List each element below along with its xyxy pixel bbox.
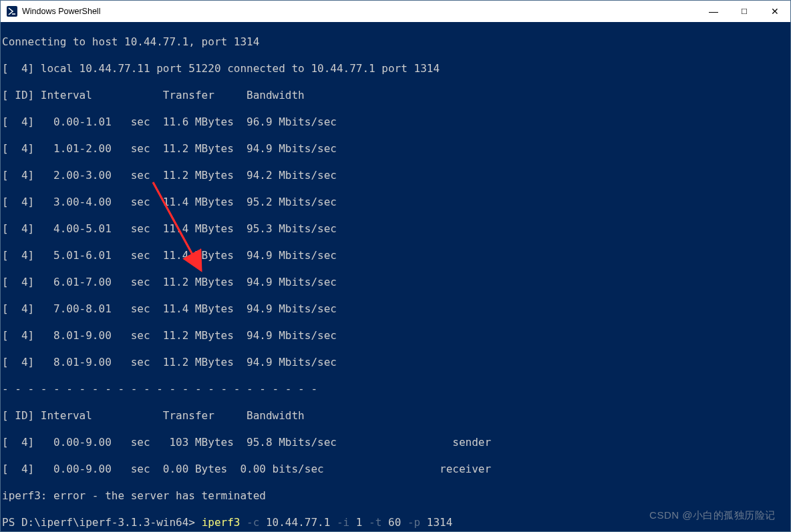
terminal-output: Connecting to host 10.44.77.1, port 1314…: [1, 22, 790, 531]
watermark: CSDN @小白的孤独历险记: [649, 509, 776, 522]
output-line: [ 4] local 10.44.77.11 port 51220 connec…: [2, 62, 789, 75]
cmd-flag: -p: [408, 516, 420, 529]
cmd-flag: -i: [337, 516, 349, 529]
output-line: - - - - - - - - - - - - - - - - - - - - …: [2, 382, 789, 396]
output-line: [ 4] 8.01-9.00 sec 11.2 MBytes 94.9 Mbit…: [2, 329, 789, 342]
terminal[interactable]: Connecting to host 10.44.77.1, port 1314…: [1, 22, 790, 531]
output-line: [ 4] 0.00-1.01 sec 11.6 MBytes 96.9 Mbit…: [2, 115, 789, 129]
cmd-flag: -t: [369, 516, 381, 529]
output-line: [ ID] Interval Transfer Bandwidth: [2, 409, 789, 423]
titlebar[interactable]: Windows PowerShell — ☐ ✕: [1, 1, 790, 22]
output-line: [ 4] 7.00-8.01 sec 11.4 MBytes 94.9 Mbit…: [2, 302, 789, 316]
cmd-exe: iperf3: [202, 516, 247, 529]
output-line: [ 4] 0.00-9.00 sec 103 MBytes 95.8 Mbits…: [2, 436, 789, 449]
window-title: Windows PowerShell: [22, 7, 100, 16]
output-line: [ 4] 8.01-9.00 sec 11.2 MBytes 94.9 Mbit…: [2, 356, 789, 369]
cmd-arg: 10.44.77.1: [259, 516, 337, 529]
minimize-button[interactable]: —: [698, 1, 729, 22]
window-buttons: — ☐ ✕: [698, 1, 790, 22]
close-button[interactable]: ✕: [760, 1, 790, 22]
output-line: [ 4] 6.01-7.00 sec 11.2 MBytes 94.9 Mbit…: [2, 276, 789, 289]
prompt: PS D:\iperf\iperf-3.1.3-win64>: [2, 516, 202, 529]
output-line: [ 4] 0.00-9.00 sec 0.00 Bytes 0.00 bits/…: [2, 463, 789, 476]
output-line: [ 4] 3.00-4.00 sec 11.4 MBytes 95.2 Mbit…: [2, 196, 789, 209]
output-line: Connecting to host 10.44.77.1, port 1314: [2, 35, 789, 49]
output-line: iperf3: error - the server has terminate…: [2, 489, 789, 503]
output-line: [ ID] Interval Transfer Bandwidth: [2, 89, 789, 102]
cmd-arg: 60: [381, 516, 408, 529]
output-line: [ 4] 5.01-6.01 sec 11.4 MBytes 94.9 Mbit…: [2, 249, 789, 262]
cmd-flag: -c: [247, 516, 259, 529]
output-line: [ 4] 2.00-3.00 sec 11.2 MBytes 94.2 Mbit…: [2, 169, 789, 182]
powershell-icon: [6, 5, 18, 17]
maximize-button[interactable]: ☐: [729, 1, 760, 22]
output-line: [ 4] 1.01-2.00 sec 11.2 MBytes 94.9 Mbit…: [2, 142, 789, 156]
powershell-window: Windows PowerShell — ☐ ✕ Connecting to h…: [0, 0, 791, 532]
cmd-arg: 1: [349, 516, 369, 529]
cmd-arg: 1314: [420, 516, 452, 529]
output-line: [ 4] 4.00-5.01 sec 11.4 MBytes 95.3 Mbit…: [2, 222, 789, 236]
